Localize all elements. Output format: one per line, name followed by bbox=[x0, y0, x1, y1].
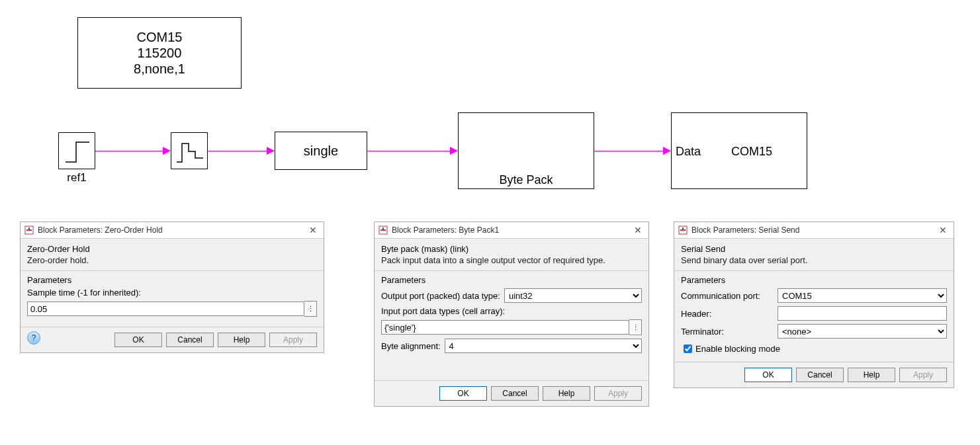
dialog-zoh-title: Block Parameters: Zero-Order Hold bbox=[38, 225, 306, 235]
simulink-app-icon bbox=[678, 225, 688, 235]
dialog-serialsend-title: Block Parameters: Serial Send bbox=[691, 225, 936, 235]
close-icon[interactable]: ✕ bbox=[936, 225, 950, 235]
bp-align-select[interactable]: 4 bbox=[445, 339, 642, 353]
bp-align-label: Byte alignment: bbox=[381, 341, 441, 351]
arrow-head-icon bbox=[163, 147, 171, 155]
simulink-app-icon bbox=[24, 225, 34, 235]
signal-zoh-to-dtc bbox=[208, 151, 267, 151]
close-icon[interactable]: ✕ bbox=[306, 225, 320, 235]
ss-comm-label: Communication port: bbox=[681, 291, 774, 301]
svg-rect-7 bbox=[680, 229, 686, 231]
ss-header-input[interactable] bbox=[778, 306, 947, 321]
step-icon bbox=[59, 133, 96, 170]
serial-cfg-line3: 8,none,1 bbox=[134, 61, 185, 77]
divider bbox=[21, 270, 324, 271]
dialog-serialsend[interactable]: Block Parameters: Serial Send ✕ Serial S… bbox=[674, 222, 954, 388]
divider bbox=[674, 270, 954, 271]
svg-rect-5 bbox=[382, 227, 384, 229]
svg-rect-8 bbox=[682, 227, 684, 229]
apply-button: Apply bbox=[269, 333, 317, 347]
bytepack-label: Byte Pack bbox=[458, 173, 594, 187]
help-circle-icon[interactable]: ? bbox=[27, 331, 40, 344]
cancel-button[interactable]: Cancel bbox=[796, 368, 844, 382]
apply-button: Apply bbox=[594, 386, 642, 401]
svg-rect-2 bbox=[28, 227, 30, 229]
dialog-bytepack-title: Block Parameters: Byte Pack1 bbox=[392, 225, 631, 235]
bp-intypes-label: Input port data types (cell array): bbox=[381, 306, 642, 316]
divider bbox=[375, 270, 648, 271]
bp-outtype-select[interactable]: uint32 bbox=[504, 288, 642, 303]
ss-term-select[interactable]: <none> bbox=[778, 324, 947, 339]
svg-rect-4 bbox=[380, 229, 386, 231]
dialog-serialsend-titlebar[interactable]: Block Parameters: Serial Send ✕ bbox=[674, 222, 954, 239]
serial-send-block[interactable]: Data COM15 bbox=[671, 112, 807, 189]
ss-term-label: Terminator: bbox=[681, 327, 774, 337]
ss-blocking-checkbox-row[interactable]: Enable blocking mode bbox=[681, 343, 947, 355]
bp-heading: Byte pack (mask) (link) bbox=[381, 244, 642, 254]
svg-rect-1 bbox=[26, 229, 32, 231]
arrow-head-icon bbox=[450, 147, 458, 155]
help-button[interactable]: Help bbox=[848, 368, 895, 382]
dtc-text: single bbox=[304, 143, 338, 159]
ok-button[interactable]: OK bbox=[744, 368, 792, 382]
field-actions-button[interactable]: ⋮ bbox=[304, 301, 317, 317]
arrow-head-icon bbox=[267, 147, 275, 155]
ss-params-title: Parameters bbox=[681, 275, 947, 285]
step-source-block[interactable] bbox=[58, 132, 95, 169]
ok-button[interactable]: OK bbox=[439, 386, 487, 401]
ss-blocking-label: Enable blocking mode bbox=[695, 344, 780, 354]
signal-step-to-zoh bbox=[95, 151, 163, 151]
dialog-bytepack[interactable]: Block Parameters: Byte Pack1 ✕ Byte pack… bbox=[374, 222, 649, 407]
zoh-sampletime-label: Sample time (-1 for inherited): bbox=[27, 288, 317, 298]
signal-dtc-to-bytepack bbox=[367, 151, 450, 151]
ss-heading: Serial Send bbox=[681, 244, 947, 254]
zoh-sampletime-input[interactable] bbox=[27, 302, 304, 316]
serial-cfg-line1: COM15 bbox=[134, 29, 185, 45]
dtc-block[interactable]: single bbox=[275, 132, 367, 170]
zoh-block[interactable] bbox=[171, 132, 208, 169]
ss-comm-select[interactable]: COM15 bbox=[778, 288, 947, 303]
bp-desc: Pack input data into a single output vec… bbox=[381, 255, 642, 265]
zoh-heading: Zero-Order Hold bbox=[27, 244, 317, 254]
close-icon[interactable]: ✕ bbox=[631, 225, 645, 235]
signal-bytepack-to-send bbox=[594, 151, 663, 151]
help-button[interactable]: Help bbox=[543, 386, 590, 401]
ok-button[interactable]: OK bbox=[114, 333, 162, 347]
dialog-zoh-titlebar[interactable]: Block Parameters: Zero-Order Hold ✕ bbox=[21, 222, 324, 239]
serial-send-port-label: Data bbox=[676, 145, 701, 159]
cancel-button[interactable]: Cancel bbox=[491, 386, 539, 401]
serial-config-block[interactable]: COM15 115200 8,none,1 bbox=[77, 17, 242, 89]
simulink-app-icon bbox=[379, 225, 388, 235]
dialog-bytepack-titlebar[interactable]: Block Parameters: Byte Pack1 ✕ bbox=[375, 222, 648, 239]
serial-cfg-line2: 115200 bbox=[134, 45, 185, 61]
ss-desc: Send binary data over serial port. bbox=[681, 255, 947, 265]
zoh-params-title: Parameters bbox=[27, 275, 317, 285]
zoh-icon bbox=[171, 133, 208, 170]
field-actions-button[interactable]: ⋮ bbox=[629, 319, 642, 335]
help-button[interactable]: Help bbox=[218, 333, 265, 347]
ss-blocking-checkbox[interactable] bbox=[684, 344, 692, 353]
cancel-button[interactable]: Cancel bbox=[166, 333, 214, 347]
arrow-head-icon bbox=[663, 147, 671, 155]
bp-params-title: Parameters bbox=[381, 275, 642, 285]
apply-button: Apply bbox=[899, 368, 947, 382]
step-block-label: ref1 bbox=[58, 171, 95, 184]
ss-header-label: Header: bbox=[681, 309, 774, 319]
serial-send-text: COM15 bbox=[731, 145, 772, 159]
dialog-zoh[interactable]: Block Parameters: Zero-Order Hold ✕ Zero… bbox=[20, 222, 324, 353]
zoh-desc: Zero-order hold. bbox=[27, 255, 317, 265]
bp-intypes-input[interactable] bbox=[381, 320, 629, 335]
bp-outtype-label: Output port (packed) data type: bbox=[381, 291, 500, 301]
